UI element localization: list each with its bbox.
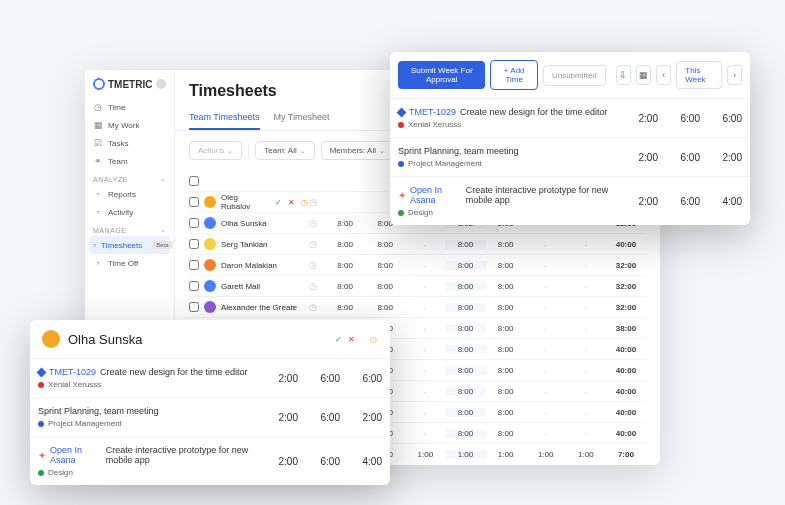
time-cell[interactable]: 1:00 — [445, 450, 485, 459]
time-cell[interactable]: - — [405, 387, 445, 396]
select-all-checkbox[interactable] — [189, 176, 199, 186]
time-cell[interactable]: 8:00 — [445, 303, 485, 312]
time-value[interactable]: 4:00 — [354, 456, 382, 467]
time-cell[interactable]: 8:00 — [365, 240, 405, 249]
time-cell[interactable]: 32:00 — [606, 282, 646, 291]
team-filter[interactable]: Team: All⌄ — [255, 141, 314, 160]
time-cell[interactable]: 8:00 — [486, 387, 526, 396]
time-cell[interactable]: 8:00 — [486, 303, 526, 312]
time-value[interactable]: 2:00 — [630, 196, 658, 207]
time-cell[interactable]: 7:00 — [606, 450, 646, 459]
time-cell[interactable]: 8:00 — [325, 219, 365, 228]
close-icon[interactable]: ✕ — [286, 197, 296, 207]
time-value[interactable]: 2:00 — [270, 456, 298, 467]
nav-item[interactable]: ▫TimesheetsBeta — [89, 236, 170, 254]
nav-section-analyze[interactable]: ANALYZE ⌄ — [85, 170, 174, 185]
time-cell[interactable]: 40:00 — [606, 366, 646, 375]
time-cell[interactable]: 8:00 — [486, 240, 526, 249]
time-cell[interactable]: - — [405, 366, 445, 375]
time-value[interactable]: 6:00 — [312, 412, 340, 423]
time-value[interactable]: 6:00 — [312, 456, 340, 467]
row-checkbox[interactable] — [189, 218, 199, 228]
time-value[interactable]: 2:00 — [630, 152, 658, 163]
calendar-icon[interactable]: ▦ — [636, 65, 651, 85]
time-cell[interactable]: - — [526, 240, 566, 249]
task-link[interactable]: TMET-1029 — [409, 107, 456, 117]
time-cell[interactable]: 8:00 — [486, 345, 526, 354]
row-checkbox[interactable] — [189, 281, 199, 291]
time-cell[interactable]: 40:00 — [606, 429, 646, 438]
row-checkbox[interactable] — [189, 302, 199, 312]
time-value[interactable]: 2:00 — [270, 373, 298, 384]
time-value[interactable]: 2:00 — [270, 412, 298, 423]
time-cell[interactable]: - — [566, 387, 606, 396]
download-icon[interactable]: ⇩ — [616, 65, 631, 85]
nav-item[interactable]: ▫Activity — [85, 203, 174, 221]
time-cell[interactable]: 8:00 — [486, 429, 526, 438]
time-value[interactable]: 2:00 — [354, 412, 382, 423]
time-cell[interactable]: 8:00 — [445, 366, 485, 375]
user-avatar-small[interactable] — [156, 79, 166, 89]
time-cell[interactable]: - — [526, 324, 566, 333]
time-cell[interactable]: 8:00 — [365, 282, 405, 291]
time-cell[interactable]: 8:00 — [325, 282, 365, 291]
tab-my-timesheet[interactable]: My Timesheet — [274, 106, 330, 130]
task-link[interactable]: TMET-1029 — [49, 367, 96, 377]
time-value[interactable]: 6:00 — [312, 373, 340, 384]
time-cell[interactable]: 40:00 — [606, 387, 646, 396]
next-week-icon[interactable]: › — [727, 65, 742, 85]
time-cell[interactable]: - — [566, 324, 606, 333]
time-cell[interactable]: - — [526, 345, 566, 354]
time-cell[interactable]: 8:00 — [486, 261, 526, 270]
time-cell[interactable]: 40:00 — [606, 408, 646, 417]
time-cell[interactable]: - — [566, 408, 606, 417]
nav-item[interactable]: ☑Tasks — [85, 134, 174, 152]
time-cell[interactable]: - — [566, 261, 606, 270]
time-cell[interactable]: - — [405, 345, 445, 354]
nav-item[interactable]: ▫Reports — [85, 185, 174, 203]
time-cell[interactable]: 8:00 — [445, 324, 485, 333]
prev-week-icon[interactable]: ‹ — [656, 65, 671, 85]
time-cell[interactable]: - — [566, 303, 606, 312]
add-time-button[interactable]: + Add Time — [490, 60, 537, 90]
nav-item[interactable]: ▫Time Off — [85, 254, 174, 272]
time-cell[interactable]: - — [566, 240, 606, 249]
time-cell[interactable]: 8:00 — [486, 324, 526, 333]
time-cell[interactable]: 1:00 — [486, 450, 526, 459]
time-cell[interactable]: - — [405, 240, 445, 249]
time-value[interactable]: 2:00 — [630, 113, 658, 124]
time-cell[interactable]: - — [526, 366, 566, 375]
time-cell[interactable]: 8:00 — [445, 429, 485, 438]
row-checkbox[interactable] — [189, 260, 199, 270]
nav-item[interactable]: ▦My Work — [85, 116, 174, 134]
week-selector[interactable]: This Week — [676, 61, 722, 89]
time-cell[interactable]: 1:00 — [405, 450, 445, 459]
time-cell[interactable]: - — [526, 387, 566, 396]
time-cell[interactable]: - — [566, 366, 606, 375]
time-value[interactable]: 6:00 — [672, 152, 700, 163]
time-cell[interactable]: - — [405, 429, 445, 438]
time-cell[interactable]: 1:00 — [566, 450, 606, 459]
time-cell[interactable]: 40:00 — [606, 240, 646, 249]
row-checkbox[interactable] — [189, 197, 199, 207]
time-cell[interactable]: 38:00 — [606, 324, 646, 333]
check-icon[interactable]: ✓ — [273, 197, 283, 207]
time-value[interactable]: 6:00 — [672, 196, 700, 207]
time-cell[interactable]: 1:00 — [526, 450, 566, 459]
time-cell[interactable]: - — [526, 429, 566, 438]
time-value[interactable]: 4:00 — [714, 196, 742, 207]
row-checkbox[interactable] — [189, 239, 199, 249]
time-cell[interactable]: - — [566, 345, 606, 354]
nav-section-manage[interactable]: MANAGE ⌄ — [85, 221, 174, 236]
time-cell[interactable]: 32:00 — [606, 261, 646, 270]
time-cell[interactable]: 32:00 — [606, 303, 646, 312]
time-value[interactable]: 6:00 — [714, 113, 742, 124]
members-filter[interactable]: Members: All⌄ — [321, 141, 394, 160]
time-cell[interactable]: 8:00 — [486, 366, 526, 375]
time-cell[interactable]: 8:00 — [365, 261, 405, 270]
close-icon[interactable]: ✕ — [346, 334, 356, 344]
time-cell[interactable]: - — [405, 303, 445, 312]
time-value[interactable]: 2:00 — [714, 152, 742, 163]
task-link[interactable]: Open In Asana — [50, 445, 102, 465]
time-value[interactable]: 6:00 — [672, 113, 700, 124]
